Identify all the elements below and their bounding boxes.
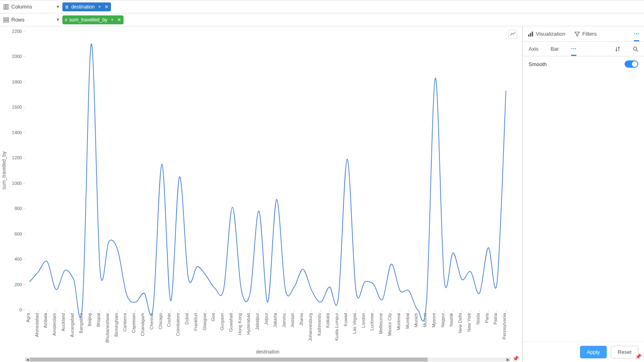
svg-text:Kuala Lumpur: Kuala Lumpur: [334, 313, 339, 341]
svg-text:Bhopal: Bhopal: [96, 313, 101, 327]
svg-text:1200: 1200: [12, 155, 22, 160]
svg-text:Gurgaon: Gurgaon: [220, 313, 224, 330]
svg-text:Frankfurt: Frankfurt: [193, 313, 198, 331]
svg-text:Canberra: Canberra: [122, 313, 127, 332]
svg-text:2200: 2200: [12, 29, 22, 34]
pill-add-icon[interactable]: ＋: [110, 16, 115, 23]
svg-text:Chandigarh: Chandigarh: [140, 313, 145, 336]
svg-rect-2: [7, 4, 9, 9]
sort-icon: [615, 46, 621, 52]
svg-text:Jhansi: Jhansi: [299, 313, 304, 326]
option-smooth-label: Smooth: [529, 61, 547, 67]
tab-more[interactable]: ⋯: [634, 26, 639, 41]
svg-rect-142: [528, 34, 529, 36]
svg-rect-5: [4, 21, 9, 22]
svg-text:200: 200: [15, 282, 22, 287]
svg-text:Noida: Noida: [476, 313, 480, 325]
svg-text:Jabalpur: Jabalpur: [255, 313, 260, 330]
tab-visualization-label: Visualization: [536, 31, 565, 37]
rows-shelf-label: Rows: [3, 17, 56, 23]
svg-text:Montreal: Montreal: [396, 313, 401, 330]
svg-text:Lucknow: Lucknow: [369, 313, 374, 330]
side-panel: Visualization Filters ⋯ Axis Bar ⋯ Smoot…: [522, 26, 644, 362]
subtab-more[interactable]: ⋯: [571, 42, 576, 56]
svg-text:Kuwait: Kuwait: [343, 313, 348, 326]
scroll-left-arrow[interactable]: ◀: [25, 358, 30, 362]
svg-text:1800: 1800: [12, 79, 22, 84]
svg-text:Coimbatore: Coimbatore: [175, 313, 180, 336]
svg-text:1000: 1000: [12, 181, 22, 186]
pill-remove-icon[interactable]: ✕: [117, 17, 121, 23]
svg-text:Kathmandu: Kathmandu: [317, 313, 322, 336]
subtab-bar[interactable]: Bar: [551, 42, 559, 56]
svg-rect-143: [530, 33, 531, 36]
scroll-thumb[interactable]: [30, 358, 428, 362]
pill-add-icon[interactable]: ＋: [97, 3, 102, 10]
svg-rect-3: [4, 17, 9, 19]
svg-text:600: 600: [15, 231, 22, 236]
svg-text:Chicago: Chicago: [158, 313, 163, 329]
pill-remove-icon[interactable]: ✕: [104, 4, 109, 10]
svg-text:Goa: Goa: [211, 313, 215, 321]
svg-text:400: 400: [15, 257, 22, 261]
option-smooth: Smooth: [523, 56, 644, 72]
visualization-icon: [528, 31, 533, 37]
svg-text:Johannesburg: Johannesburg: [308, 313, 313, 341]
svg-text:Mexico City: Mexico City: [387, 313, 392, 336]
svg-text:Jaipur: Jaipur: [264, 313, 269, 325]
pin-icon[interactable]: 📌: [512, 356, 519, 362]
apply-button[interactable]: Apply: [580, 346, 607, 358]
svg-text:Beijing: Beijing: [87, 313, 92, 326]
scroll-right-arrow[interactable]: ▶: [505, 358, 510, 362]
rows-label-text: Rows: [11, 17, 25, 23]
tab-filters-label: Filters: [582, 31, 597, 37]
svg-text:New Delhi: New Delhi: [458, 313, 463, 333]
subtab-axis[interactable]: Axis: [529, 42, 539, 56]
smooth-toggle[interactable]: [625, 60, 638, 68]
columns-pill[interactable]: 🗎 destination ＋ ✕: [62, 2, 111, 11]
svg-text:Amsterdam: Amsterdam: [52, 313, 57, 336]
svg-rect-1: [6, 4, 7, 9]
svg-text:Capetown: Capetown: [131, 313, 136, 333]
svg-rect-4: [4, 19, 9, 20]
filter-icon: [574, 31, 580, 37]
horizontal-scrollbar[interactable]: ◀ ▶: [25, 358, 510, 362]
rows-icon: [3, 17, 9, 23]
side-pin-icon[interactable]: 📌: [635, 353, 642, 360]
svg-text:Kolkata: Kolkata: [325, 313, 330, 328]
svg-text:Las Vegas: Las Vegas: [352, 313, 357, 334]
svg-text:London: London: [361, 313, 366, 328]
svg-text:Auckland: Auckland: [61, 313, 66, 331]
columns-dropdown[interactable]: ▼: [56, 4, 60, 9]
reset-button[interactable]: Reset: [611, 346, 638, 358]
rows-pill[interactable]: # sum_travelled_by ＋ ✕: [62, 15, 124, 24]
svg-text:0: 0: [19, 307, 22, 312]
columns-pill-label: destination: [71, 4, 95, 10]
svg-text:Bhubaneshwar: Bhubaneshwar: [105, 313, 110, 343]
svg-text:Jakarta: Jakarta: [273, 313, 277, 328]
rows-shelf[interactable]: Rows ▼ # sum_travelled_by ＋ ✕: [0, 13, 644, 26]
number-type-icon: #: [65, 17, 67, 22]
svg-text:Pennsylvania: Pennsylvania: [502, 313, 507, 339]
subtab-search[interactable]: [633, 42, 638, 56]
svg-text:Agra: Agra: [26, 313, 30, 322]
tab-filters[interactable]: Filters: [574, 26, 597, 41]
columns-shelf[interactable]: Columns ▼ 🗎 destination ＋ ✕: [0, 0, 644, 13]
svg-text:Dubai: Dubai: [184, 313, 189, 325]
columns-icon: [3, 4, 9, 10]
svg-text:Guwahati: Guwahati: [228, 313, 233, 332]
svg-text:Birmingham: Birmingham: [114, 313, 119, 337]
svg-text:1400: 1400: [12, 130, 22, 135]
rows-dropdown[interactable]: ▼: [56, 17, 60, 22]
svg-text:Aurangabad: Aurangabad: [70, 313, 75, 337]
tab-visualization[interactable]: Visualization: [528, 26, 565, 41]
svg-rect-0: [4, 4, 5, 9]
svg-text:1600: 1600: [12, 105, 22, 109]
chart-pane: 0200400600800100012001400160018002000220…: [0, 26, 522, 362]
svg-text:Hong Kong: Hong Kong: [237, 313, 242, 335]
svg-text:sum_travelled_by: sum_travelled_by: [1, 151, 7, 189]
subtab-sort[interactable]: [615, 42, 621, 56]
rows-pill-label: sum_travelled_by: [69, 17, 107, 23]
svg-rect-144: [532, 32, 533, 36]
svg-text:Paris: Paris: [484, 313, 489, 323]
